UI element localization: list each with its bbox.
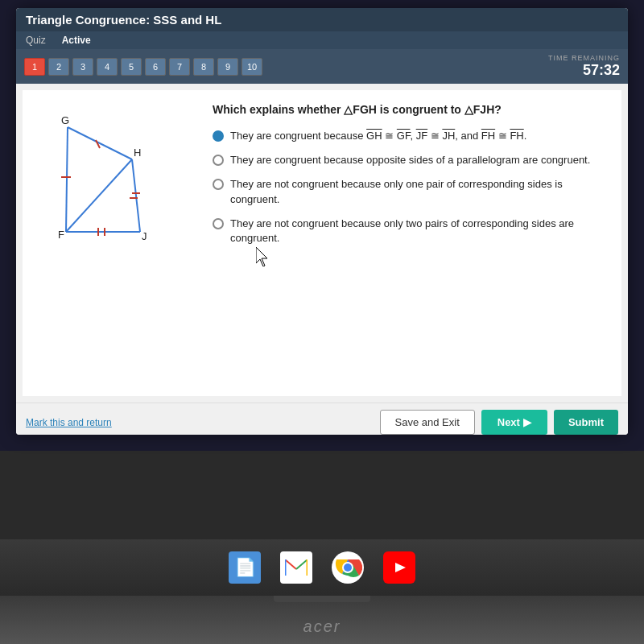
radio-c [213,179,224,190]
option-text-c: They are not congruent because only one … [230,177,609,206]
answer-option-a[interactable]: They are congruent because GH ≅ GF, JF ≅… [213,129,609,143]
svg-line-3 [66,127,68,232]
answer-option-b[interactable]: They are congruent because opposite side… [213,153,609,167]
status-bar: Quiz Active [16,31,628,49]
youtube-icon[interactable] [383,551,415,584]
svg-line-1 [132,159,140,232]
option-text-a: They are congruent because GH ≅ GF, JF ≅… [230,129,526,143]
q-btn-4[interactable]: 4 [97,58,118,76]
q-btn-8[interactable]: 8 [193,58,214,76]
quiz-label: Quiz [26,35,46,46]
timer-area: TIME REMAINING 57:32 [548,54,620,79]
brand-logo: acer [303,617,341,636]
active-label: Active [62,35,91,46]
option-text-b: They are congruent because opposite side… [230,153,590,167]
next-arrow-icon: ▶ [523,416,531,428]
mark-return-link[interactable]: Mark this and return [26,417,112,428]
answer-option-d[interactable]: They are not congruent because only two … [213,217,609,246]
save-exit-button[interactable]: Save and Exit [380,410,475,435]
question-text: Which explains whether △FGH is congruent… [213,103,609,116]
q-btn-6[interactable]: 6 [145,58,166,76]
next-button[interactable]: Next ▶ [481,410,547,435]
files-icon[interactable]: 📄 [229,551,261,584]
action-buttons: Save and Exit Next ▶ Submit [380,410,618,435]
geometry-diagram: G H F J [35,103,180,264]
timer-value: 57:32 [548,62,620,79]
q-btn-2[interactable]: 2 [48,58,69,76]
radio-d [213,218,224,229]
laptop-hinge [274,596,370,602]
svg-line-0 [68,127,132,159]
answer-option-c[interactable]: They are not congruent because only one … [213,177,609,206]
q-btn-9[interactable]: 9 [217,58,238,76]
radio-a [213,130,224,142]
q-btn-10[interactable]: 10 [242,58,262,76]
chrome-icon[interactable] [332,551,364,584]
bottom-bar: Mark this and return Save and Exit Next … [16,402,628,435]
vertex-j: J [142,230,147,242]
timer-label: TIME REMAINING [548,54,620,62]
vertex-f: F [58,229,64,241]
q-btn-7[interactable]: 7 [169,58,190,76]
main-content: G H F J Which explains whether △FGH is c… [23,90,621,396]
option-text-d: They are not congruent because only two … [230,217,609,246]
q-btn-3[interactable]: 3 [72,58,93,76]
svg-line-4 [66,159,132,232]
diagram-area: G H F J [35,103,196,383]
question-nav-bar: 1 2 3 4 5 6 7 8 9 10 TIME REMAINING 57:3… [16,49,628,84]
q-btn-5[interactable]: 5 [121,58,142,76]
radio-b [213,155,224,166]
title-bar: Triangle Congruence: SSS and HL [16,8,628,31]
app-title: Triangle Congruence: SSS and HL [26,13,221,27]
q-btn-1[interactable]: 1 [24,58,45,76]
svg-line-5 [96,140,100,148]
gmail-icon[interactable] [280,551,312,584]
quiz-window: Triangle Congruence: SSS and HL Quiz Act… [16,8,628,435]
vertex-h: H [134,147,141,159]
taskbar: 📄 [0,539,644,596]
svg-point-20 [344,564,352,572]
laptop-body: acer [0,596,644,644]
question-area: Which explains whether △FGH is congruent… [213,103,609,383]
submit-button[interactable]: Submit [554,410,618,435]
vertex-g: G [61,114,69,126]
